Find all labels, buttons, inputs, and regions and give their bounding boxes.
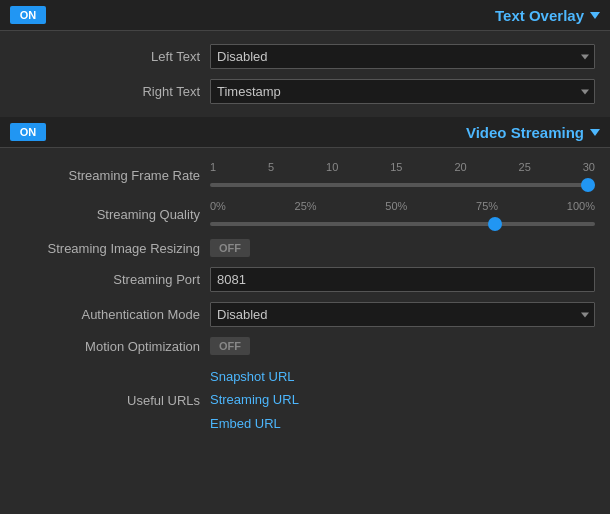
text-overlay-section: ON Text Overlay Left Text Disabled Times… xyxy=(0,0,610,117)
port-control xyxy=(210,267,595,292)
auth-mode-label: Authentication Mode xyxy=(10,307,210,322)
image-resizing-label: Streaming Image Resizing xyxy=(10,241,210,256)
quality-label: Streaming Quality xyxy=(10,207,210,222)
right-text-control: Disabled Timestamp Custom xyxy=(210,79,595,104)
image-resizing-row: Streaming Image Resizing OFF xyxy=(0,234,610,262)
snapshot-url-link[interactable]: Snapshot URL xyxy=(210,365,595,388)
quality-row: Streaming Quality 0% 25% 50% 75% 100% xyxy=(0,195,610,234)
motion-opt-toggle[interactable]: OFF xyxy=(210,337,250,355)
auth-mode-select-wrapper: Disabled Basic Digest xyxy=(210,302,595,327)
frame-rate-control: 1 5 10 15 20 25 30 xyxy=(210,161,595,190)
quality-control: 0% 25% 50% 75% 100% xyxy=(210,200,595,229)
frame-rate-slider[interactable] xyxy=(210,183,595,187)
frame-rate-labels: 1 5 10 15 20 25 30 xyxy=(210,161,595,173)
port-row: Streaming Port xyxy=(0,262,610,297)
video-streaming-chevron-icon xyxy=(590,129,600,136)
right-text-row: Right Text Disabled Timestamp Custom xyxy=(0,74,610,109)
text-overlay-content: Left Text Disabled Timestamp Custom Righ… xyxy=(0,31,610,117)
video-streaming-header: ON Video Streaming xyxy=(0,117,610,148)
left-text-label: Left Text xyxy=(10,49,210,64)
embed-url-link[interactable]: Embed URL xyxy=(210,412,595,435)
image-resizing-toggle[interactable]: OFF xyxy=(210,239,250,257)
video-streaming-section: ON Video Streaming Streaming Frame Rate … xyxy=(0,117,610,448)
video-streaming-toggle[interactable]: ON xyxy=(10,123,46,141)
auth-mode-control: Disabled Basic Digest xyxy=(210,302,595,327)
text-overlay-toggle[interactable]: ON xyxy=(10,6,46,24)
port-input[interactable] xyxy=(210,267,595,292)
left-text-select-wrapper: Disabled Timestamp Custom xyxy=(210,44,595,69)
frame-rate-slider-container: 1 5 10 15 20 25 30 xyxy=(210,161,595,190)
auth-mode-select[interactable]: Disabled Basic Digest xyxy=(210,302,595,327)
video-streaming-content: Streaming Frame Rate 1 5 10 15 20 25 30 xyxy=(0,148,610,448)
frame-rate-label: Streaming Frame Rate xyxy=(10,168,210,183)
motion-opt-row: Motion Optimization OFF xyxy=(0,332,610,360)
left-text-row: Left Text Disabled Timestamp Custom xyxy=(0,39,610,74)
text-overlay-chevron-icon xyxy=(590,12,600,19)
right-text-select-wrapper: Disabled Timestamp Custom xyxy=(210,79,595,104)
quality-slider[interactable] xyxy=(210,222,595,226)
useful-urls-control: Snapshot URL Streaming URL Embed URL xyxy=(210,365,595,435)
auth-mode-row: Authentication Mode Disabled Basic Diges… xyxy=(0,297,610,332)
right-text-select[interactable]: Disabled Timestamp Custom xyxy=(210,79,595,104)
links-container: Snapshot URL Streaming URL Embed URL xyxy=(210,365,595,435)
motion-opt-label: Motion Optimization xyxy=(10,339,210,354)
useful-urls-label: Useful URLs xyxy=(10,393,210,408)
image-resizing-control: OFF xyxy=(210,239,595,257)
quality-labels: 0% 25% 50% 75% 100% xyxy=(210,200,595,212)
left-text-select[interactable]: Disabled Timestamp Custom xyxy=(210,44,595,69)
quality-slider-container: 0% 25% 50% 75% 100% xyxy=(210,200,595,229)
port-label: Streaming Port xyxy=(10,272,210,287)
motion-opt-control: OFF xyxy=(210,337,595,355)
text-overlay-header: ON Text Overlay xyxy=(0,0,610,31)
useful-urls-row: Useful URLs Snapshot URL Streaming URL E… xyxy=(0,360,610,440)
frame-rate-row: Streaming Frame Rate 1 5 10 15 20 25 30 xyxy=(0,156,610,195)
streaming-url-link[interactable]: Streaming URL xyxy=(210,388,595,411)
right-text-label: Right Text xyxy=(10,84,210,99)
video-streaming-title: Video Streaming xyxy=(466,124,600,141)
text-overlay-title: Text Overlay xyxy=(495,7,600,24)
left-text-control: Disabled Timestamp Custom xyxy=(210,44,595,69)
